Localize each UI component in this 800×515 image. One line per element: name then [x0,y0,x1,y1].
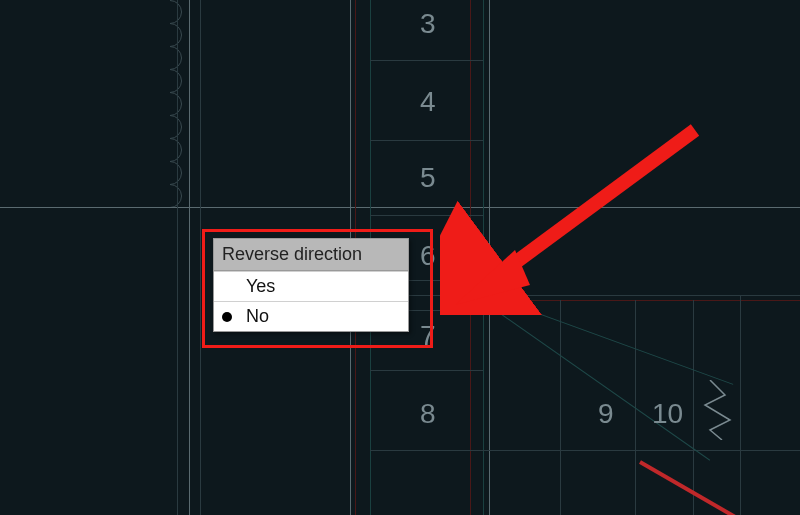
landing-top [489,295,800,296]
stair-number: 3 [420,8,436,40]
stair-outer-right [489,0,490,515]
axis-horizontal [0,207,800,208]
landing-diagonal [489,295,734,385]
stair-number: 5 [420,162,436,194]
cad-viewport[interactable]: 3 4 5 6 7 8 9 10 Reverse direction Yes N… [0,0,800,515]
menu-option-no[interactable]: No [214,301,408,331]
stair-inner-right [483,0,484,515]
reverse-direction-menu: Reverse direction Yes No [213,238,409,332]
landing-tread [560,300,561,515]
menu-option-yes[interactable]: Yes [214,271,408,301]
landing-tread [740,295,741,515]
menu-title: Reverse direction [214,239,408,271]
landing-diagonal [488,305,710,461]
break-mark-icon [700,380,740,440]
axis-vertical [189,0,190,515]
wall-line [177,0,178,515]
stair-tread [370,370,483,371]
landing-red [465,300,800,301]
menu-option-label: No [242,306,269,327]
stair-tread [370,60,483,61]
stair-tread [370,215,483,216]
landing-tread [693,300,694,515]
stair-number: 10 [652,398,683,430]
landing-bot [480,450,800,451]
wall-scallop-decor [155,0,185,210]
radio-icon [222,312,232,322]
stair-number: 9 [598,398,614,430]
menu-option-label: Yes [242,276,275,297]
stair-tread [370,450,483,451]
stair-number: 4 [420,86,436,118]
stair-tread [370,140,483,141]
wall-line [200,0,201,515]
stair-red-diagonal [639,460,762,515]
stair-number: 8 [420,398,436,430]
stair-red-right [470,0,471,515]
